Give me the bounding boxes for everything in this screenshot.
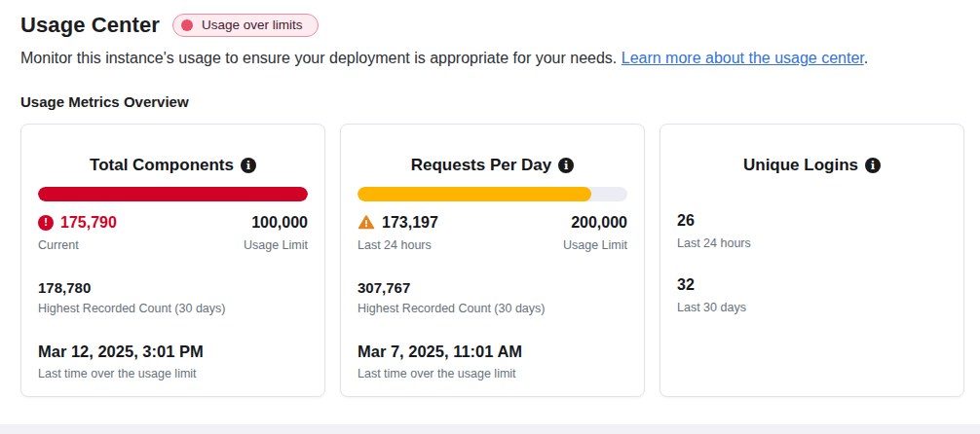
highest-count-value: 178,780	[38, 279, 308, 296]
last-over-block: Mar 12, 2025, 3:01 PM Last time over the…	[38, 343, 308, 380]
logins-24h-label: Last 24 hours	[677, 236, 947, 250]
status-badge: Usage over limits	[172, 14, 319, 37]
last-24h-value-wrap: 173,197	[358, 213, 438, 232]
status-badge-label: Usage over limits	[202, 18, 303, 32]
total-components-progress-bar	[38, 187, 308, 201]
usage-cards-row: Total Components i ! 175,790 Current 100…	[20, 124, 964, 397]
last-24h-stat: 173,197 Last 24 hours	[358, 213, 438, 252]
card-total-components: Total Components i ! 175,790 Current 100…	[20, 124, 325, 397]
card-title-text: Unique Logins	[743, 156, 858, 175]
section-title: Usage Metrics Overview	[20, 93, 964, 110]
highest-count-block: 307,767 Highest Recorded Count (30 days)	[358, 279, 627, 315]
usage-center-page: Usage Center Usage over limits Monitor t…	[0, 0, 980, 397]
limit-value: 100,000	[244, 213, 308, 232]
last-over-label: Last time over the usage limit	[358, 367, 627, 380]
last-24h-label: Last 24 hours	[358, 238, 438, 252]
logins-30d-value: 32	[677, 276, 947, 294]
card-unique-logins-title: Unique Logins i	[677, 156, 947, 175]
info-icon[interactable]: i	[241, 158, 256, 173]
learn-more-link[interactable]: Learn more about the usage center	[622, 50, 864, 66]
last-over-value: Mar 7, 2025, 11:01 AM	[358, 343, 627, 361]
requests-progress-fill	[358, 187, 591, 201]
logins-30d-label: Last 30 days	[677, 301, 947, 314]
current-stat: ! 175,790 Current	[38, 213, 117, 252]
limit-label: Usage Limit	[244, 238, 308, 252]
highest-count-label: Highest Recorded Count (30 days)	[38, 302, 308, 315]
current-value-wrap: ! 175,790	[38, 213, 117, 232]
warning-icon	[358, 214, 375, 231]
description-text: Monitor this instance's usage to ensure …	[20, 50, 617, 66]
page-description: Monitor this instance's usage to ensure …	[20, 50, 964, 67]
card-title-text: Total Components	[90, 156, 234, 175]
card-requests-per-day-title: Requests Per Day i	[358, 156, 627, 175]
page-title: Usage Center	[20, 13, 160, 38]
requests-progress-bar	[358, 187, 627, 201]
limit-label: Usage Limit	[563, 238, 627, 252]
current-value: 175,790	[60, 213, 117, 232]
card-title-text: Requests Per Day	[411, 156, 552, 175]
last-over-label: Last time over the usage limit	[38, 367, 308, 380]
total-components-stat-row: ! 175,790 Current 100,000 Usage Limit	[38, 213, 308, 252]
limit-value: 200,000	[563, 213, 627, 232]
current-label: Current	[38, 238, 117, 252]
last-24h-value: 173,197	[382, 213, 438, 232]
logins-24h-value: 26	[677, 212, 947, 230]
total-components-progress-fill	[38, 187, 308, 201]
last-over-block: Mar 7, 2025, 11:01 AM Last time over the…	[358, 343, 627, 380]
last-over-value: Mar 12, 2025, 3:01 PM	[38, 343, 308, 361]
requests-stat-row: 173,197 Last 24 hours 200,000 Usage Limi…	[358, 213, 627, 252]
card-requests-per-day: Requests Per Day i	[340, 124, 645, 397]
highest-count-block: 178,780 Highest Recorded Count (30 days)	[38, 279, 308, 315]
limit-stat: 200,000 Usage Limit	[563, 213, 627, 252]
card-unique-logins: Unique Logins i 26 Last 24 hours 32 Last…	[660, 124, 964, 397]
page-header: Usage Center Usage over limits	[20, 13, 964, 38]
card-total-components-title: Total Components i	[38, 156, 308, 175]
limit-stat: 100,000 Usage Limit	[244, 213, 308, 252]
logins-30d-block: 32 Last 30 days	[677, 276, 947, 314]
error-icon: !	[38, 215, 54, 231]
status-dot-icon	[181, 19, 193, 31]
next-section-edge	[0, 424, 980, 434]
highest-count-value: 307,767	[358, 279, 627, 296]
info-icon[interactable]: i	[558, 158, 574, 173]
info-icon[interactable]: i	[865, 158, 881, 173]
logins-24h-block: 26 Last 24 hours	[677, 212, 947, 250]
description-period: .	[864, 50, 868, 66]
highest-count-label: Highest Recorded Count (30 days)	[358, 302, 627, 315]
